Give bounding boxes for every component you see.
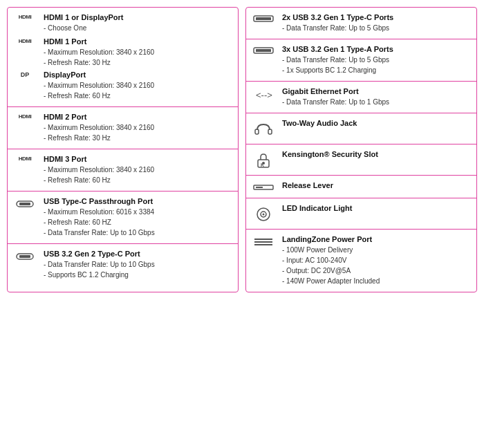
ethernet-info: Gigabit Ethernet Port - Data Transfer Ra… (282, 87, 472, 107)
hdmi2-info: HDMI 2 Port - Maximum Resolution: 3840 x… (44, 113, 234, 143)
audio-item: Two-Way Audio Jack (246, 113, 476, 144)
hdmi-dp-info: HDMI 1 or DisplayPort - Choose One (44, 13, 234, 33)
svg-rect-5 (256, 17, 271, 20)
release-lever-item: Release Lever (246, 176, 476, 198)
main-container: HDMI HDMI 1 or DisplayPort - Choose One … (7, 7, 477, 292)
hdmi3-details: - Maximum Resolution: 3840 x 2160 - Refr… (44, 165, 234, 185)
hdmi3-info: HDMI 3 Port - Maximum Resolution: 3840 x… (44, 155, 234, 185)
usb32-gen2-c-title: USB 3.2 Gen 2 Type-C Port (44, 250, 234, 258)
ethernet-item: <--> Gigabit Ethernet Port - Data Transf… (246, 82, 476, 113)
usb32-gen1-a-icon (250, 45, 277, 55)
release-lever-icon (250, 181, 277, 192)
dp-icon: DP (12, 71, 38, 79)
audio-title: Two-Way Audio Jack (282, 119, 472, 127)
led-title: LED Indicator Light (282, 204, 472, 212)
usbc-passthrough-details: - Maximum Resolution: 6016 x 3384 - Refr… (44, 207, 234, 238)
ethernet-details: - Data Transfer Rate: Up to 1 Gbps (282, 97, 472, 107)
audio-icon (250, 119, 277, 138)
release-lever-info: Release Lever (282, 181, 472, 191)
hdmi2-title: HDMI 2 Port (44, 113, 234, 121)
usbc-passthrough-item: USB Type-C Passthrough Port - Maximum Re… (8, 192, 238, 244)
usb32-gen1-a-item: 3x USB 3.2 Gen 1 Type-A Ports - Data Tra… (246, 39, 476, 82)
kensington-title: Kensington® Security Slot (282, 150, 472, 158)
kensington-item: K Kensington® Security Slot (246, 144, 476, 176)
kensington-icon: K (250, 150, 277, 169)
usb32-gen1-c-item: 2x USB 3.2 Gen 1 Type-C Ports - Data Tra… (246, 8, 476, 39)
dp-details: - Maximum Resolution: 3840 x 2160 - Refr… (44, 80, 234, 101)
usb32-gen2-c-icon (12, 250, 38, 262)
usb32-gen1-c-icon (250, 13, 277, 23)
usbc-passthrough-title: USB Type-C Passthrough Port (44, 197, 234, 205)
hdmi2-details: - Maximum Resolution: 3840 x 2160 - Refr… (44, 122, 234, 143)
svg-text:<-->: <--> (256, 90, 272, 100)
usb32-gen1-c-details: - Data Transfer Rate: Up to 5 Gbps (282, 23, 472, 33)
hdmi1-info: HDMI 1 Port - Maximum Resolution: 3840 x… (44, 37, 234, 68)
svg-rect-1 (19, 203, 30, 205)
usb32-gen2-c-details: - Data Transfer Rate: Up to 10 Gbps - Su… (44, 259, 234, 280)
ethernet-title: Gigabit Ethernet Port (282, 87, 472, 95)
svg-rect-9 (255, 129, 259, 134)
hdmi3-item: HDMI HDMI 3 Port - Maximum Resolution: 3… (8, 149, 238, 192)
hdmi3-title: HDMI 3 Port (44, 155, 234, 163)
kensington-info: Kensington® Security Slot (282, 150, 472, 160)
usb32-gen2-c-item: USB 3.2 Gen 2 Type-C Port - Data Transfe… (8, 244, 238, 286)
audio-info: Two-Way Audio Jack (282, 119, 472, 129)
svg-point-18 (263, 214, 265, 216)
release-lever-title: Release Lever (282, 181, 472, 189)
led-item: LED Indicator Light (246, 198, 476, 230)
power-details: - 100W Power Delivery - Input: AC 100-24… (282, 245, 472, 286)
power-title: LandingZone Power Port (282, 235, 472, 243)
usbc-passthrough-icon (12, 197, 38, 209)
usb32-gen1-c-info: 2x USB 3.2 Gen 1 Type-C Ports - Data Tra… (282, 13, 472, 33)
svg-rect-10 (268, 129, 272, 134)
led-icon (250, 204, 277, 223)
usb32-gen2-c-info: USB 3.2 Gen 2 Type-C Port - Data Transfe… (44, 250, 234, 280)
usb32-gen1-a-info: 3x USB 3.2 Gen 1 Type-A Ports - Data Tra… (282, 45, 472, 75)
power-item: LandingZone Power Port - 100W Power Deli… (246, 230, 476, 292)
hdmi2-item: HDMI HDMI 2 Port - Maximum Resolution: 3… (8, 107, 238, 149)
ethernet-icon: <--> (250, 87, 277, 102)
dp-title: DisplayPort (44, 71, 234, 79)
usb32-gen1-c-title: 2x USB 3.2 Gen 1 Type-C Ports (282, 13, 472, 21)
hdmi3-icon: HDMI (12, 155, 38, 162)
svg-text:K: K (261, 162, 264, 167)
hdmi-dp-title: HDMI 1 or DisplayPort (44, 13, 234, 21)
power-info: LandingZone Power Port - 100W Power Deli… (282, 235, 472, 286)
left-column: HDMI HDMI 1 or DisplayPort - Choose One … (7, 7, 239, 292)
svg-rect-3 (19, 255, 30, 258)
usb32-gen1-a-title: 3x USB 3.2 Gen 1 Type-A Ports (282, 45, 472, 53)
usb32-gen1-a-details: - Data Transfer Rate: Up to 5 Gbps - 1x … (282, 55, 472, 75)
power-icon (250, 235, 277, 248)
hdmi-dp-subtitle: - Choose One (44, 23, 234, 33)
hdmi1-icon: HDMI (12, 37, 38, 45)
svg-rect-7 (256, 49, 271, 52)
svg-rect-15 (256, 187, 263, 188)
hdmi2-icon: HDMI (12, 113, 38, 120)
right-column: 2x USB 3.2 Gen 1 Type-C Ports - Data Tra… (245, 7, 477, 292)
dp-info: DisplayPort - Maximum Resolution: 3840 x… (44, 71, 234, 101)
led-info: LED Indicator Light (282, 204, 472, 214)
hdmi1-details: - Maximum Resolution: 3840 x 2160 - Refr… (44, 47, 234, 68)
usbc-passthrough-info: USB Type-C Passthrough Port - Maximum Re… (44, 197, 234, 238)
hdmi1-title: HDMI 1 Port (44, 37, 234, 46)
hdmi-dp-icon: HDMI (12, 13, 38, 21)
